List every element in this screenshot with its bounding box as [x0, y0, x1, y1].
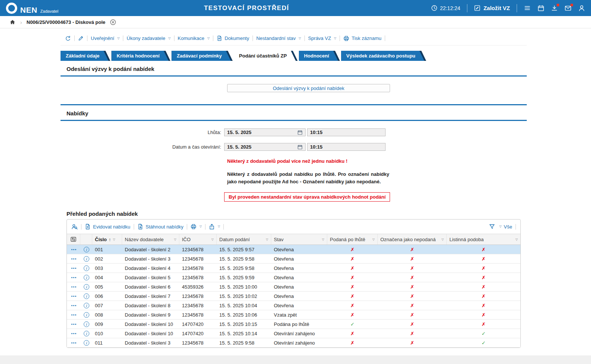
menu-dokumenty[interactable]: Dokumenty: [217, 35, 249, 41]
vse-filter-select[interactable]: ▽Vše: [498, 224, 512, 230]
top-bar: NEN Zadavatel TESTOVACÍ PROSTŘEDÍ 22:12:…: [0, 0, 591, 16]
separator: [385, 35, 385, 41]
export-button[interactable]: ▽: [209, 224, 220, 230]
dropdown-arrow-icon: ▽: [168, 37, 170, 40]
calendar-button[interactable]: [538, 5, 544, 12]
tab-vysledek-zadavaciho-postupu[interactable]: Výsledek zadávacího postupu: [341, 51, 426, 61]
column-stav[interactable]: Stav▽: [271, 234, 327, 245]
three-dots-icon: [71, 277, 76, 278]
row-menu-button[interactable]: [67, 264, 80, 273]
print-grid-button[interactable]: ▽: [191, 224, 202, 230]
row-menu-button[interactable]: [67, 273, 80, 282]
odeslani-vyzvy-button[interactable]: Odeslání výzvy k podání nabídek: [227, 84, 390, 92]
cell-stav: Otevřena: [271, 301, 327, 310]
profile-button[interactable]: [578, 5, 585, 12]
table-row[interactable]: i 005 Dodavatel - školení 6 45359326 15.…: [67, 282, 520, 292]
table-row[interactable]: i 006 Dodavatel - školení 7 12345678 15.…: [67, 292, 520, 301]
row-menu-button[interactable]: [67, 254, 80, 263]
lhuta-date-input[interactable]: 15. 5. 2025: [224, 128, 306, 136]
separator: [213, 35, 213, 41]
downloads-button[interactable]: [551, 5, 558, 12]
column-oznacena-jako-nepodana[interactable]: Označena jako nepodaná▽: [378, 234, 447, 245]
oteviranie-time-input[interactable]: 10:15: [307, 143, 386, 151]
row-info-button[interactable]: i: [80, 292, 92, 301]
home-button[interactable]: [9, 19, 16, 25]
row-menu-button[interactable]: [67, 292, 80, 301]
cell-listinna: ✗: [447, 245, 520, 254]
create-vz-button[interactable]: Založit VZ: [474, 5, 510, 11]
table-row[interactable]: i 004 Dodavatel - školení 5 12345678 15.…: [67, 273, 520, 282]
cell-nazev: Dodavatel - školení 3: [122, 254, 179, 263]
row-menu-button[interactable]: [67, 329, 80, 338]
table-row[interactable]: i 010 Dodavatel - školení 10 14707420 15…: [67, 329, 520, 338]
nen-home-link[interactable]: NEN Zadavatel: [6, 3, 58, 14]
tab-zakladni-udaje[interactable]: Základní údaje: [61, 51, 110, 61]
row-menu-button[interactable]: [67, 338, 80, 347]
row-info-button[interactable]: i: [80, 320, 92, 329]
menu-uverejneni[interactable]: Uveřejnění▽: [91, 35, 120, 41]
status-mark-icon: ✗: [410, 312, 414, 318]
row-info-button[interactable]: i: [80, 264, 92, 273]
tab-zadavaci-podminky[interactable]: Zadávací podmínky: [171, 51, 233, 61]
oteviranie-date-input[interactable]: 15. 5. 2025: [224, 143, 306, 151]
separator: [253, 35, 253, 41]
menu-nestandardni-stav[interactable]: Nestandardní stav▽: [256, 35, 301, 41]
menu-komunikace[interactable]: Komunikace▽: [178, 35, 210, 41]
table-row[interactable]: i 002 Dodavatel - školení 3 12345678 15.…: [67, 254, 520, 264]
table-row[interactable]: i 003 Dodavatel - školení 4 12345678 15.…: [67, 264, 520, 273]
row-info-button[interactable]: i: [80, 301, 92, 310]
main-menu-button[interactable]: [524, 5, 531, 11]
row-info-button[interactable]: i: [80, 245, 92, 254]
column-cislo[interactable]: Číslo↑▽: [92, 234, 122, 245]
row-info-button[interactable]: i: [80, 254, 92, 263]
row-info-button[interactable]: i: [80, 273, 92, 282]
stahnout-nabidky-button[interactable]: Stáhnout nabídky: [137, 224, 183, 230]
row-info-button[interactable]: i: [80, 338, 92, 347]
table-row[interactable]: i 007 Dodavatel - školení 8 12345678 15.…: [67, 301, 520, 310]
column-datum-podani[interactable]: Datum podání▽: [217, 234, 271, 245]
lhuta-time-input[interactable]: 10:15: [307, 128, 386, 136]
row-menu-button[interactable]: [67, 301, 80, 310]
cell-cislo: 006: [92, 292, 122, 301]
evidovat-nabidku-button[interactable]: Evidovat nabídku: [85, 224, 130, 230]
home-icon: [9, 19, 16, 25]
status-mark-icon: ✗: [482, 284, 486, 290]
column-settings-button[interactable]: [67, 234, 80, 245]
messages-button[interactable]: [564, 5, 572, 12]
section-odeslani-vyzvy: Odeslání výzvy k podání nabídek Odeslání…: [61, 61, 527, 100]
table-row[interactable]: i 009 Dodavatel - školení 10 14707420 15…: [67, 320, 520, 329]
menu-ukony-zadavatele[interactable]: Úkony zadavatele▽: [127, 35, 171, 41]
tab-podani-ucastniku-zp[interactable]: Podání účastníků ZP: [234, 51, 298, 61]
status-mark-icon: ✗: [482, 312, 486, 318]
tab-kriteria-hodnoceni[interactable]: Kritéria hodnocení: [111, 51, 170, 61]
cell-ico: 12345678: [179, 301, 217, 310]
tab-hodnoceni[interactable]: Hodnocení: [299, 51, 340, 61]
column-podana-po-lhute[interactable]: Podaná po lhůtě▽: [327, 234, 378, 245]
filter-button[interactable]: [489, 224, 495, 230]
menu-sprava-vz[interactable]: Správa VZ▽: [308, 35, 337, 41]
record-action-bar: Uveřejnění▽ Úkony zadavatele▽ Komunikace…: [61, 31, 527, 46]
edit-button[interactable]: [78, 35, 84, 41]
table-row[interactable]: i 008 Dodavatel - školení 9 12345678 15.…: [67, 310, 520, 320]
cell-listinna: ✗: [447, 292, 520, 301]
cell-nepodana: ✗: [378, 254, 447, 263]
column-listinna-podoba[interactable]: Listinná podoba▽: [447, 234, 520, 245]
cell-stav: Otevřena: [271, 282, 327, 291]
column-nazev-dodavatele[interactable]: Název dodavatele▽: [122, 234, 179, 245]
search-supplier-button[interactable]: [71, 224, 78, 230]
status-mark-icon: ✗: [410, 275, 414, 280]
row-menu-button[interactable]: [67, 320, 80, 329]
column-ico[interactable]: IČO▽: [179, 234, 217, 245]
row-menu-button[interactable]: [67, 282, 80, 291]
print-record-button[interactable]: Tisk záznamu: [343, 35, 381, 41]
table-row[interactable]: i 001 Dodavatel - školení 2 12345678 15.…: [67, 245, 520, 254]
row-menu-button[interactable]: [67, 310, 80, 319]
history-button[interactable]: [65, 35, 71, 41]
close-record-button[interactable]: [110, 19, 116, 25]
row-info-button[interactable]: i: [80, 282, 92, 291]
calendar-icon: [297, 130, 303, 135]
row-menu-button[interactable]: [67, 245, 80, 254]
row-info-button[interactable]: i: [80, 310, 92, 319]
table-row[interactable]: i 011 Dodavatel - školení 3 12345678 15.…: [67, 338, 520, 348]
row-info-button[interactable]: i: [80, 329, 92, 338]
